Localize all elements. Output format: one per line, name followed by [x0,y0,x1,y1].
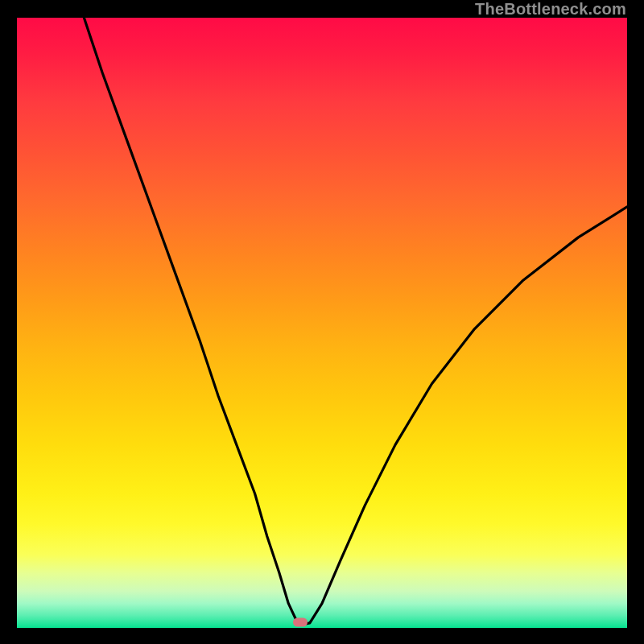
bottleneck-curve [17,18,627,628]
watermark-text: TheBottleneck.com [475,0,626,19]
optimal-point-marker [293,618,308,627]
plot-area [17,18,627,628]
chart-frame: TheBottleneck.com [0,0,644,644]
